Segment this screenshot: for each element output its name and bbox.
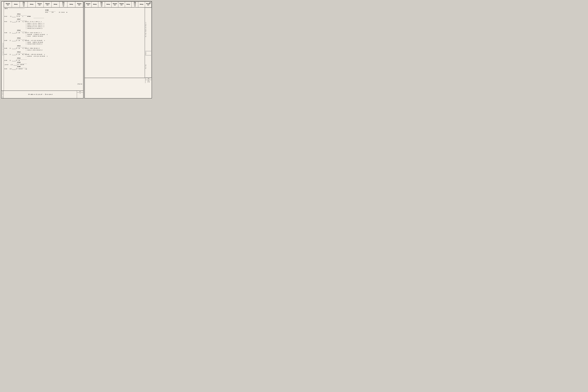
- col-header-5: Проводник: [35, 2, 43, 8]
- open-circle-7: [22, 32, 23, 33]
- header-stub: [1, 2, 4, 8]
- sa5-dashes-row: [4, 63, 83, 64]
- r-prov: 16=21: [27, 36, 32, 37]
- open-circle-9: [47, 34, 47, 35]
- col-header-6: Проводник: [43, 2, 51, 8]
- col-n: |N: [18, 40, 22, 41]
- col-n: |N: [18, 54, 22, 55]
- col-prov: 6=38: [4, 48, 9, 49]
- r-mid: п|: [36, 34, 38, 35]
- r-v2: |п 14: [38, 34, 41, 35]
- r-prov2: 16=7,3: [38, 28, 43, 29]
- page-container: Проводник Вывод Видконтакто Вывод Провод…: [1, 1, 152, 98]
- row-6-38: 6=38 |1 · · |2 |N 16=8,2 |33 |п 36 16=7,…: [4, 48, 83, 49]
- oc-14b2: [10, 64, 11, 65]
- oc-14b: [4, 64, 5, 65]
- sb3-prov2: |6=14: [61, 12, 66, 13]
- spacer: [4, 11, 45, 12]
- dashed-line-top: [9, 8, 24, 9]
- r-prov2: 16=22: [41, 34, 46, 35]
- row-38-sub1: 16=9,3 |37 |п 38 16=7,3: [26, 50, 83, 51]
- col-header-10: Проводник: [75, 2, 83, 8]
- oc-r3: [33, 56, 34, 56]
- r-col-header-3: Видконтакто: [98, 2, 105, 8]
- dots: · ·: [12, 54, 15, 55]
- r-col-header-5: Проводник: [111, 2, 118, 8]
- r-mid: п|: [36, 56, 38, 57]
- row-6-46: 6=46 |1 · · |2 |N 16=8,3 |11 |п 12 16=7,…: [4, 32, 83, 34]
- sb4-dashes-row: [4, 68, 83, 68]
- oc-37r: [44, 54, 45, 55]
- col-conn: · ·: [13, 64, 17, 66]
- v-div: [26, 42, 27, 43]
- v-div: [23, 54, 25, 55]
- open-circle-8: [41, 32, 41, 33]
- v-div: [26, 34, 27, 35]
- sb3-spacer: [4, 10, 45, 11]
- r-v2: |п 38: [34, 50, 38, 51]
- dots: · ·: [12, 32, 15, 33]
- r-prov2: 16=7,2: [38, 26, 43, 28]
- col-prov: 6=41: [4, 21, 9, 22]
- sb3-dot: [66, 12, 67, 13]
- hl4-dashes-row: [4, 47, 83, 47]
- v-div: [26, 28, 27, 29]
- col-v1: |1: [11, 64, 13, 66]
- r-v2: |п 20: [35, 42, 39, 43]
- v-div: [23, 40, 25, 41]
- sb3-row: 6=SB3: [4, 10, 83, 11]
- oc-38: [22, 48, 23, 49]
- dot-l3: [27, 56, 28, 56]
- r-mid: п|: [34, 40, 35, 41]
- row-37-sub1: 16=21 41 п| |п 42 16=28: [26, 56, 83, 57]
- sa5-label: 6=SA5: [17, 62, 20, 63]
- r-prov: 16=9,1: [27, 23, 32, 24]
- r-prov: 16=28: [27, 42, 32, 43]
- r-col-header-8: Видконтакто: [132, 2, 138, 8]
- hl7-dashes: [16, 20, 27, 21]
- col-v1: |1: [9, 48, 12, 49]
- oc-39-r: [44, 40, 45, 41]
- hl3-label: 6=HL3: [17, 52, 20, 53]
- hl1-label-row: 6=HL1: [4, 14, 83, 15]
- r-v1: |7: [32, 26, 34, 28]
- title-text: ТП 903-4-72.13.87 - ĪV-6-3A-6: [28, 94, 52, 95]
- col-v2: |2: [16, 60, 18, 61]
- sb3-dashes: [4, 11, 83, 12]
- main-content: Монтажная схема подключения АВЕРЬ. 6=SB3: [1, 8, 83, 90]
- r-v1: 17: [32, 40, 34, 41]
- col-conn: · ·: [12, 54, 16, 55]
- r-prov2: 16=22: [39, 36, 44, 37]
- v-div: [26, 26, 27, 28]
- r-prov: 16=8,2: [25, 48, 30, 49]
- hl5-label: 6=HL5: [17, 38, 20, 39]
- r-prov2: 16=7,2: [35, 48, 40, 49]
- r-prov2: 16=28: [39, 42, 44, 43]
- col-header-7: Вывод: [51, 2, 59, 8]
- row-6-41: 6=41 |1 · · |2 |N 16=8,1 |1 |п 2 16=7,1: [4, 21, 83, 22]
- col-sp: |N: [18, 16, 22, 17]
- col-header-2: Вывод: [12, 2, 20, 8]
- oc-42: [25, 69, 26, 69]
- dots: · ·: [12, 21, 15, 22]
- hl2-dashes: [16, 60, 27, 60]
- col-n: |N: [18, 48, 22, 49]
- col-n: |N: [18, 21, 22, 22]
- col-prov: 6=46: [4, 32, 9, 34]
- r-prov2: 16=7,2: [38, 24, 43, 26]
- col-n: |N: [18, 60, 22, 61]
- r-mid: п|: [34, 54, 35, 55]
- hl4-label: 6=HL4: [17, 45, 20, 46]
- sidebar-label-2: Подпись: [145, 51, 151, 55]
- hl1-label: 6=HL1: [17, 14, 20, 15]
- r-v1: 39: [32, 54, 34, 55]
- stamp-text: Монтажная схема подключения: [2, 8, 4, 90]
- footer-label: лет: [77, 91, 83, 92]
- sa4-dashes-row: [34, 18, 83, 18]
- sidebar-labels: Инд. Норд. Подпись дата Верд и Н. Подпис…: [145, 8, 151, 78]
- dots: · ·: [12, 48, 15, 49]
- dots: · ·: [12, 60, 15, 61]
- col-conn: · ·: [12, 40, 16, 41]
- open-circle-1: [22, 16, 23, 17]
- row-6-36: 6=36 |1 · · |2 |N: [4, 60, 83, 61]
